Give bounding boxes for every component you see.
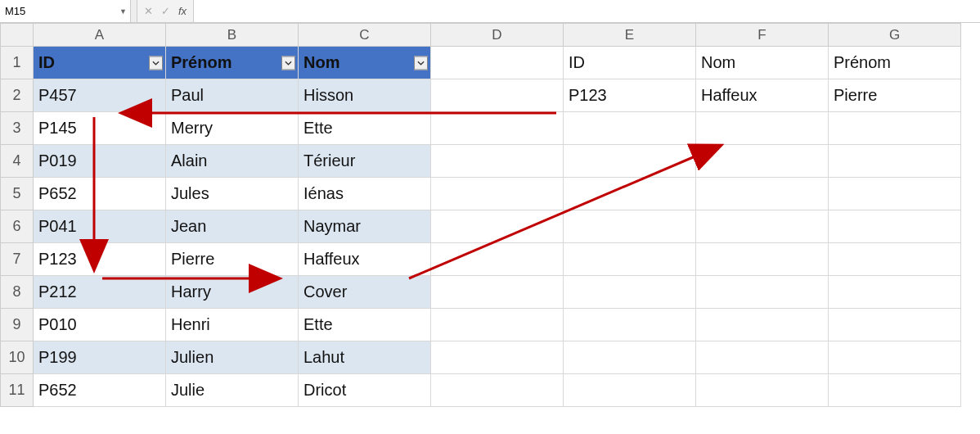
- cell-A6[interactable]: P041: [34, 210, 166, 243]
- row-header-2[interactable]: 2: [1, 79, 34, 112]
- cell-B10[interactable]: Julien: [166, 341, 299, 374]
- cell-F8[interactable]: [696, 276, 829, 309]
- cell-A9[interactable]: P010: [34, 309, 166, 341]
- cell-F4[interactable]: [696, 145, 829, 178]
- formula-input[interactable]: [193, 0, 980, 22]
- filter-button-id[interactable]: [149, 56, 163, 70]
- cell-D4[interactable]: [431, 145, 564, 178]
- col-header-B[interactable]: B: [166, 24, 299, 47]
- cell-F2[interactable]: Haffeux: [696, 79, 829, 112]
- cell-F7[interactable]: [696, 243, 829, 276]
- cell-C10[interactable]: Lahut: [299, 341, 431, 374]
- row-header-5[interactable]: 5: [1, 178, 34, 210]
- row-header-8[interactable]: 8: [1, 276, 34, 309]
- cell-D11[interactable]: [431, 374, 564, 407]
- cell-D2[interactable]: [431, 79, 564, 112]
- cell-A4[interactable]: P019: [34, 145, 166, 178]
- cell-C2[interactable]: Hisson: [299, 79, 431, 112]
- cell-E8[interactable]: [564, 276, 696, 309]
- cell-D3[interactable]: [431, 112, 564, 145]
- cell-B2[interactable]: Paul: [166, 79, 299, 112]
- cell-E2[interactable]: P123: [564, 79, 696, 112]
- cell-F9[interactable]: [696, 309, 829, 341]
- cell-C8[interactable]: Cover: [299, 276, 431, 309]
- cell-D5[interactable]: [431, 178, 564, 210]
- cell-F3[interactable]: [696, 112, 829, 145]
- cell-G11[interactable]: [829, 374, 961, 407]
- cell-A7[interactable]: P123: [34, 243, 166, 276]
- cell-B8[interactable]: Harry: [166, 276, 299, 309]
- cell-C6[interactable]: Naymar: [299, 210, 431, 243]
- cell-B7[interactable]: Pierre: [166, 243, 299, 276]
- col-header-A[interactable]: A: [34, 24, 166, 47]
- cell-E11[interactable]: [564, 374, 696, 407]
- table-header-nom[interactable]: Nom: [299, 47, 431, 79]
- cell-G7[interactable]: [829, 243, 961, 276]
- cell-D8[interactable]: [431, 276, 564, 309]
- cell-F1[interactable]: Nom: [696, 47, 829, 79]
- cell-B9[interactable]: Henri: [166, 309, 299, 341]
- cell-D6[interactable]: [431, 210, 564, 243]
- cell-C3[interactable]: Ette: [299, 112, 431, 145]
- cell-A11[interactable]: P652: [34, 374, 166, 407]
- cell-E9[interactable]: [564, 309, 696, 341]
- select-all-corner[interactable]: [1, 24, 34, 47]
- filter-button-nom[interactable]: [414, 56, 428, 70]
- cell-E10[interactable]: [564, 341, 696, 374]
- cell-D1[interactable]: [431, 47, 564, 79]
- cell-D10[interactable]: [431, 341, 564, 374]
- cell-G1[interactable]: Prénom: [829, 47, 961, 79]
- cell-D9[interactable]: [431, 309, 564, 341]
- cell-G8[interactable]: [829, 276, 961, 309]
- confirm-icon[interactable]: ✓: [161, 5, 170, 17]
- cell-B6[interactable]: Jean: [166, 210, 299, 243]
- row-header-10[interactable]: 10: [1, 341, 34, 374]
- col-header-F[interactable]: F: [696, 24, 829, 47]
- cell-G4[interactable]: [829, 145, 961, 178]
- cell-A10[interactable]: P199: [34, 341, 166, 374]
- col-header-G[interactable]: G: [829, 24, 961, 47]
- name-box-dropdown-icon[interactable]: ▼: [119, 7, 127, 16]
- cell-C11[interactable]: Dricot: [299, 374, 431, 407]
- row-header-4[interactable]: 4: [1, 145, 34, 178]
- cell-E4[interactable]: [564, 145, 696, 178]
- cell-A2[interactable]: P457: [34, 79, 166, 112]
- cancel-icon[interactable]: ✕: [144, 5, 153, 17]
- cell-A5[interactable]: P652: [34, 178, 166, 210]
- row-header-9[interactable]: 9: [1, 309, 34, 341]
- cell-F10[interactable]: [696, 341, 829, 374]
- row-header-3[interactable]: 3: [1, 112, 34, 145]
- fx-icon[interactable]: fx: [178, 5, 187, 17]
- filter-button-prenom[interactable]: [281, 56, 295, 70]
- cell-G3[interactable]: [829, 112, 961, 145]
- cell-G2[interactable]: Pierre: [829, 79, 961, 112]
- cell-F6[interactable]: [696, 210, 829, 243]
- cell-C9[interactable]: Ette: [299, 309, 431, 341]
- col-header-D[interactable]: D: [431, 24, 564, 47]
- row-header-1[interactable]: 1: [1, 47, 34, 79]
- cell-F11[interactable]: [696, 374, 829, 407]
- cell-E1[interactable]: ID: [564, 47, 696, 79]
- cell-G10[interactable]: [829, 341, 961, 374]
- cell-E5[interactable]: [564, 178, 696, 210]
- row-header-6[interactable]: 6: [1, 210, 34, 243]
- cell-A3[interactable]: P145: [34, 112, 166, 145]
- cell-B4[interactable]: Alain: [166, 145, 299, 178]
- col-header-E[interactable]: E: [564, 24, 696, 47]
- cell-E7[interactable]: [564, 243, 696, 276]
- cell-E3[interactable]: [564, 112, 696, 145]
- row-header-7[interactable]: 7: [1, 243, 34, 276]
- cell-A8[interactable]: P212: [34, 276, 166, 309]
- row-header-11[interactable]: 11: [1, 374, 34, 407]
- table-header-prenom[interactable]: Prénom: [166, 47, 299, 79]
- cell-C5[interactable]: Iénas: [299, 178, 431, 210]
- cell-B11[interactable]: Julie: [166, 374, 299, 407]
- cell-G5[interactable]: [829, 178, 961, 210]
- cell-C4[interactable]: Térieur: [299, 145, 431, 178]
- name-box[interactable]: M15 ▼: [0, 0, 131, 22]
- cell-B5[interactable]: Jules: [166, 178, 299, 210]
- cell-D7[interactable]: [431, 243, 564, 276]
- cell-C7[interactable]: Haffeux: [299, 243, 431, 276]
- cell-B3[interactable]: Merry: [166, 112, 299, 145]
- col-header-C[interactable]: C: [299, 24, 431, 47]
